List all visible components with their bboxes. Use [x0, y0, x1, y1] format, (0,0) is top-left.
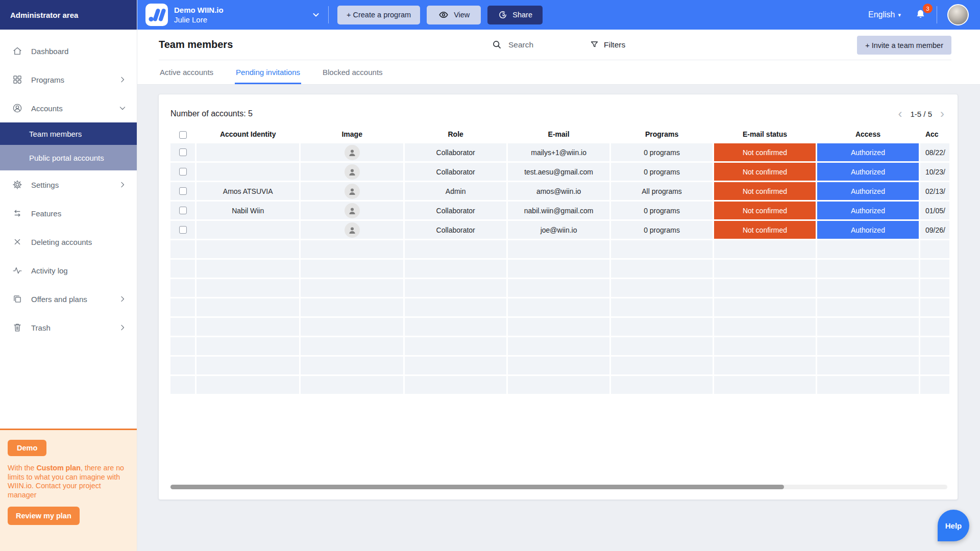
sidebar-item-public-portal-accounts[interactable]: Public portal accounts [0, 145, 137, 170]
table-header-row: Account IdentityImageRoleE-mailProgramsE… [170, 127, 949, 142]
access-badge: Authorized [817, 143, 919, 161]
cell-email: amos@wiin.io [508, 182, 609, 200]
invite-team-member-button[interactable]: + Invite a team member [857, 36, 951, 55]
search-input[interactable]: Search [492, 39, 533, 50]
cell-image [301, 202, 403, 219]
empty-table-row [170, 357, 949, 374]
empty-table-row [170, 240, 949, 258]
cell-role: Collaborator [405, 143, 506, 161]
pagination: ‹ 1-5 / 5 › [898, 108, 944, 120]
column-header-account-identity: Account Identity [197, 127, 299, 142]
workspace-switcher[interactable]: Demo WIIN.io Julie Lore [137, 4, 328, 26]
row-checkbox[interactable] [179, 226, 187, 234]
share-button[interactable]: Share [487, 6, 543, 24]
accounts-card: Number of accounts: 5 ‹ 1-5 / 5 › Accoun… [158, 94, 958, 500]
member-avatar [345, 184, 360, 199]
column-header-e-mail: E-mail [508, 127, 609, 142]
cell-identity [197, 163, 299, 181]
pagination-label: 1-5 / 5 [910, 110, 932, 118]
cell-role: Collaborator [405, 202, 506, 219]
language-selector[interactable]: English ▾ [868, 10, 901, 19]
row-checkbox[interactable] [179, 187, 187, 195]
accounts-count: Number of accounts: 5 [170, 109, 253, 118]
cell-email: joe@wiin.io [508, 221, 609, 239]
tab-active-accounts[interactable]: Active accounts [159, 60, 214, 84]
cell-created: 02/13/ [920, 182, 949, 200]
sidebar-item-accounts[interactable]: Accounts [0, 94, 137, 122]
sidebar-item-deleting-accounts[interactable]: Deleting accounts [0, 228, 137, 256]
select-all-cell [170, 127, 195, 142]
grid-icon [11, 73, 23, 86]
sidebar-item-trash[interactable]: Trash [0, 313, 137, 342]
select-all-checkbox[interactable] [179, 131, 187, 139]
next-page-button[interactable]: › [940, 108, 944, 120]
chevron-right-icon [117, 294, 128, 304]
demo-panel: Demo With the Custom plan, there are no … [0, 429, 137, 551]
cell-created: 09/26/ [920, 221, 949, 239]
main-area: Demo WIIN.io Julie Lore + Create a progr… [137, 0, 980, 551]
sidebar-item-team-members[interactable]: Team members [0, 122, 137, 145]
sidebar-item-label: Accounts [31, 104, 110, 113]
column-header-role: Role [405, 127, 506, 142]
demo-badge[interactable]: Demo [8, 440, 46, 456]
table-wrap: Account IdentityImageRoleE-mailProgramsE… [169, 125, 949, 395]
cell-identity: Amos ATSUVIA [197, 182, 299, 200]
cell-email: test.aesu@gmail.com [508, 163, 609, 181]
notifications-button[interactable]: 3 [914, 8, 927, 22]
swap-arrows-icon [11, 207, 23, 219]
cell-identity: Nabil Wiin [197, 202, 299, 219]
row-checkbox-cell [170, 163, 195, 181]
topbar-divider [328, 6, 329, 23]
cell-created: 10/23/ [920, 163, 949, 181]
create-program-button[interactable]: + Create a program [337, 6, 420, 24]
sidebar-item-activity-log[interactable]: Activity log [0, 256, 137, 285]
row-checkbox[interactable] [179, 168, 187, 176]
eye-icon [438, 9, 449, 20]
chevron-down-icon [311, 10, 321, 20]
filters-label: Filters [604, 40, 625, 49]
help-button[interactable]: Help [938, 510, 969, 541]
sidebar-item-settings[interactable]: Settings [0, 170, 137, 199]
horizontal-scrollbar[interactable] [170, 485, 947, 489]
cell-programs: 0 programs [611, 163, 713, 181]
sidebar-item-dashboard[interactable]: Dashboard [0, 37, 137, 65]
trash-icon [11, 321, 23, 334]
view-button[interactable]: View [427, 6, 481, 24]
tab-blocked-accounts[interactable]: Blocked accounts [322, 60, 384, 84]
sidebar-item-programs[interactable]: Programs [0, 65, 137, 94]
prev-page-button[interactable]: ‹ [898, 108, 902, 120]
cell-identity [197, 143, 299, 161]
empty-table-row [170, 318, 949, 336]
cell-programs: All programs [611, 182, 713, 200]
topbar-right: English ▾ 3 [868, 4, 980, 26]
sidebar-item-label: Offers and plans [31, 295, 110, 304]
share-button-label: Share [512, 11, 532, 19]
demo-text: With the Custom plan, there are no limit… [8, 464, 128, 500]
filters-button[interactable]: Filters [590, 40, 625, 49]
sidebar: Administrator area DashboardProgramsAcco… [0, 0, 137, 551]
sidebar-item-label: Dashboard [31, 47, 128, 56]
email-status-badge: Not confirmed [714, 202, 816, 219]
sidebar-item-label: Settings [31, 181, 110, 189]
gear-icon [11, 179, 23, 191]
review-plan-button[interactable]: Review my plan [8, 507, 80, 525]
tab-pending-invitations[interactable]: Pending invitations [235, 60, 301, 84]
sidebar-item-offers-and-plans[interactable]: Offers and plans [0, 285, 137, 313]
email-status-badge: Not confirmed [714, 163, 816, 181]
language-label: English [868, 10, 895, 19]
cell-image [301, 143, 403, 161]
row-checkbox[interactable] [179, 148, 187, 156]
column-header-image: Image [301, 127, 403, 142]
accounts-table: Account IdentityImageRoleE-mailProgramsE… [169, 125, 949, 395]
row-checkbox-cell [170, 202, 195, 219]
scrollbar-thumb[interactable] [170, 485, 784, 489]
sidebar-item-features[interactable]: Features [0, 199, 137, 228]
card-top: Number of accounts: 5 ‹ 1-5 / 5 › [159, 94, 958, 120]
workspace-title: Demo WIIN.io [174, 5, 305, 15]
table-row: Amos ATSUVIAAdminamos@wiin.ioAll program… [170, 182, 949, 200]
user-avatar[interactable] [947, 4, 969, 26]
copy-icon [11, 293, 23, 305]
cell-identity [197, 221, 299, 239]
demo-text-prefix: With the [8, 464, 36, 472]
row-checkbox[interactable] [179, 207, 187, 214]
